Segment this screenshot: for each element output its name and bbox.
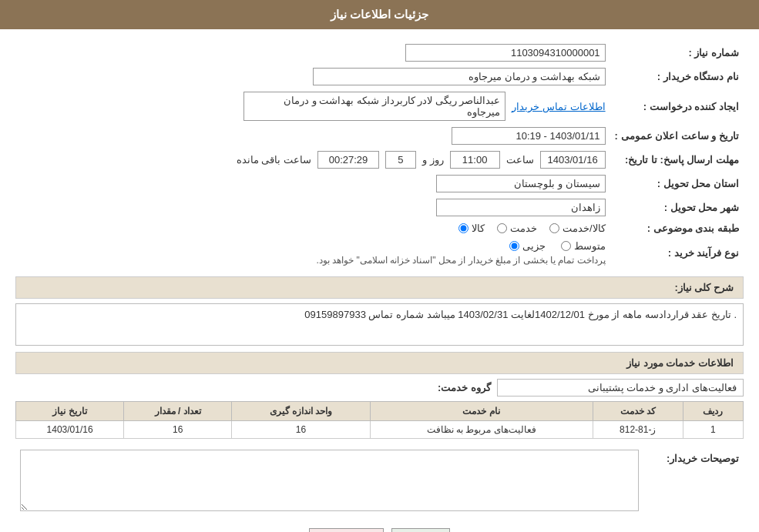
creator-value: اطلاعات تماس خریدار عبدالناصر ریگی لادر … bbox=[15, 89, 610, 124]
announce-label: تاریخ و ساعت اعلان عمومی : bbox=[610, 124, 744, 148]
city-value: زاهدان bbox=[15, 196, 610, 219]
content-area: شماره نیاز : 1103094310000001 نام دستگاه… bbox=[0, 29, 759, 532]
table-cell-4: 16 bbox=[124, 421, 232, 439]
send-date-field: 1403/01/16 bbox=[540, 151, 606, 169]
send-time-label: ساعت bbox=[506, 154, 534, 166]
buttons-row: بازگشت چاپ bbox=[15, 528, 744, 532]
process-motosat-item: متوسط bbox=[561, 240, 606, 252]
page-title: جزئیات اطلاعات نیاز bbox=[331, 8, 428, 21]
category-kala-khadamat-radio[interactable] bbox=[549, 223, 559, 233]
buyer-notes-cell bbox=[15, 447, 643, 517]
table-cell-2: فعالیت‌های مربوط به نظافت bbox=[370, 421, 593, 439]
city-label: شهر محل تحویل : bbox=[610, 196, 744, 219]
buyer-notes-label: توصیحات خریدار: bbox=[643, 447, 744, 517]
buyer-notes-table: توصیحات خریدار: bbox=[15, 447, 744, 517]
service-group-row: فعالیت‌های اداری و خدمات پشتیبانی گروه خ… bbox=[15, 379, 744, 396]
category-kala-label: کالا bbox=[472, 223, 485, 234]
province-value: سیستان و بلوچستان bbox=[15, 172, 610, 196]
city-row: شهر محل تحویل : زاهدان bbox=[15, 196, 744, 219]
buyer-org-value: شبکه بهداشت و درمان میرجاوه bbox=[15, 65, 610, 89]
category-radios: کالا/خدمت خدمت کالا bbox=[15, 219, 610, 237]
send-time-field: 11:00 bbox=[450, 151, 500, 169]
buyer-org-row: نام دستگاه خریدار : شبکه بهداشت و درمان … bbox=[15, 65, 744, 89]
col-service-name: نام خدمت bbox=[370, 402, 593, 421]
province-field: سیستان و بلوچستان bbox=[436, 175, 606, 192]
buyer-notes-row: توصیحات خریدار: bbox=[15, 447, 744, 517]
city-field: زاهدان bbox=[436, 199, 606, 216]
process-row: نوع فرآیند خرید : متوسط جزیی bbox=[15, 237, 744, 269]
process-label: نوع فرآیند خرید : bbox=[610, 237, 744, 269]
send-days-field: 5 bbox=[385, 151, 416, 169]
table-cell-3: 16 bbox=[232, 421, 370, 439]
send-remaining-label: ساعت باقی مانده bbox=[237, 154, 311, 166]
need-number-field: 1103094310000001 bbox=[405, 44, 606, 62]
category-kala-khadamat-item: کالا/خدمت bbox=[549, 223, 606, 234]
main-info-table: شماره نیاز : 1103094310000001 نام دستگاه… bbox=[15, 41, 744, 269]
description-box: . تاریخ عقد قراردادسه ماهه از مورخ 1402/… bbox=[15, 303, 744, 346]
buyer-notes-textarea[interactable] bbox=[20, 450, 639, 511]
province-label: استان محل تحویل : bbox=[610, 172, 744, 196]
services-section-label: اطلاعات خدمات مورد نیاز bbox=[626, 357, 734, 369]
col-unit: واحد اندازه گیری bbox=[232, 402, 370, 421]
province-row: استان محل تحویل : سیستان و بلوچستان bbox=[15, 172, 744, 196]
announce-row: تاریخ و ساعت اعلان عمومی : 1403/01/11 - … bbox=[15, 124, 744, 148]
service-group-label: گروه خدمت: bbox=[438, 382, 491, 393]
table-cell-1: ز-81-812 bbox=[593, 421, 683, 439]
back-button[interactable]: بازگشت bbox=[309, 528, 384, 532]
creator-contact-link[interactable]: اطلاعات تماس خریدار bbox=[512, 101, 605, 112]
service-group-value-field: فعالیت‌های اداری و خدمات پشتیبانی bbox=[497, 379, 744, 396]
category-kala-radio[interactable] bbox=[458, 223, 468, 233]
send-remaining-field: 00:27:29 bbox=[317, 151, 379, 169]
category-kala-khadamat-label: کالا/خدمت bbox=[563, 223, 606, 234]
table-cell-0: 1 bbox=[683, 421, 743, 439]
description-label: شرح کلی نیاز: bbox=[674, 282, 734, 293]
category-khadamat-radio[interactable] bbox=[497, 223, 507, 233]
category-row: طبقه بندی موضوعی : کالا/خدمت خدمت کالا bbox=[15, 219, 744, 237]
table-cell-5: 1403/01/16 bbox=[16, 421, 124, 439]
col-service-code: کد خدمت bbox=[593, 402, 683, 421]
page-header: جزئیات اطلاعات نیاز bbox=[0, 0, 759, 29]
process-motosat-label: متوسط bbox=[574, 240, 606, 252]
table-row: 1ز-81-812فعالیت‌های مربوط به نظافت161614… bbox=[16, 421, 744, 439]
send-day-label: روز و bbox=[422, 154, 444, 166]
category-khadamat-item: خدمت bbox=[497, 223, 537, 234]
send-deadline-value: 1403/01/16 ساعت 11:00 روز و 5 00:27:29 س… bbox=[15, 148, 610, 172]
send-deadline-label: مهلت ارسال پاسخ: تا تاریخ: bbox=[610, 148, 744, 172]
creator-label: ایجاد کننده درخواست : bbox=[610, 89, 744, 124]
process-jozii-label: جزیی bbox=[522, 240, 546, 252]
col-date: تاریخ نیاز bbox=[16, 402, 124, 421]
buyer-org-label: نام دستگاه خریدار : bbox=[610, 65, 744, 89]
page-container: جزئیات اطلاعات نیاز شماره نیاز : 1103094… bbox=[0, 0, 759, 532]
send-deadline-row: مهلت ارسال پاسخ: تا تاریخ: 1403/01/16 سا… bbox=[15, 148, 744, 172]
services-table: ردیف کد خدمت نام خدمت واحد اندازه گیری ت… bbox=[15, 401, 744, 439]
creator-field: عبدالناصر ریگی لادر کاربرداز شبکه بهداشت… bbox=[243, 92, 505, 121]
need-number-row: شماره نیاز : 1103094310000001 bbox=[15, 41, 744, 65]
category-khadamat-label: خدمت bbox=[510, 223, 537, 234]
services-section-header: اطلاعات خدمات مورد نیاز bbox=[15, 352, 744, 374]
category-label: طبقه بندی موضوعی : bbox=[610, 219, 744, 237]
col-quantity: تعداد / مقدار bbox=[124, 402, 232, 421]
description-section-header: شرح کلی نیاز: bbox=[15, 276, 744, 299]
description-text: . تاریخ عقد قراردادسه ماهه از مورخ 1402/… bbox=[304, 309, 737, 320]
announce-date-field: 1403/01/11 - 10:19 bbox=[452, 127, 606, 145]
process-value: متوسط جزیی پرداخت تمام یا بخشی از مبلغ خ… bbox=[15, 237, 610, 269]
creator-row: ایجاد کننده درخواست : اطلاعات تماس خریدا… bbox=[15, 89, 744, 124]
col-row-num: ردیف bbox=[683, 402, 743, 421]
announce-value: 1403/01/11 - 10:19 bbox=[15, 124, 610, 148]
buyer-org-field: شبکه بهداشت و درمان میرجاوه bbox=[313, 68, 606, 85]
process-jozii-radio[interactable] bbox=[509, 241, 519, 251]
process-note: پرداخت تمام یا بخشی از مبلغ خریدار از مح… bbox=[20, 255, 606, 266]
print-button[interactable]: چاپ bbox=[391, 528, 450, 532]
process-motosat-radio[interactable] bbox=[561, 241, 571, 251]
category-kala-item: کالا bbox=[458, 223, 485, 234]
services-table-header-row: ردیف کد خدمت نام خدمت واحد اندازه گیری ت… bbox=[16, 402, 744, 421]
need-number-label: شماره نیاز : bbox=[610, 41, 744, 65]
process-jozii-item: جزیی bbox=[509, 240, 546, 252]
need-number-value: 1103094310000001 bbox=[15, 41, 610, 65]
